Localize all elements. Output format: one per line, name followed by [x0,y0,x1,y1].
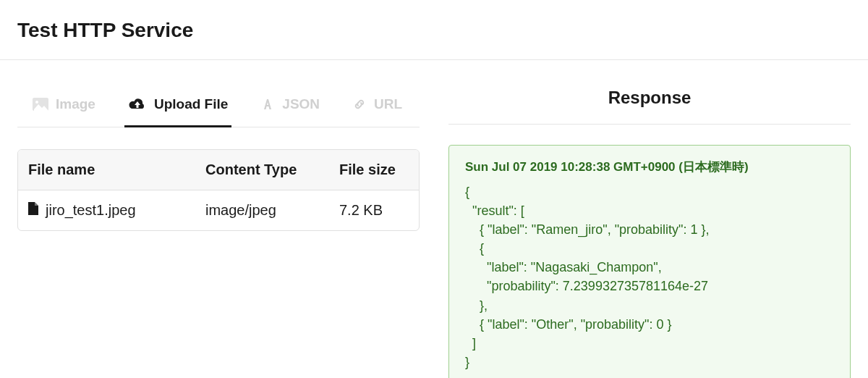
image-icon [33,98,48,111]
request-panel: Image Upload File JSON URL [17,60,441,378]
cell-file-size: 7.2 KB [329,190,419,230]
col-header-content-type: Content Type [195,150,329,190]
tab-url[interactable]: URL [349,83,406,127]
files-table-header: File name Content Type File size [18,150,419,190]
response-timestamp: Sun Jul 07 2019 10:28:38 GMT+0900 (日本標準時… [465,159,834,175]
cell-filename: jiro_test1.jpeg [18,190,195,230]
response-box: Sun Jul 07 2019 10:28:38 GMT+0900 (日本標準時… [448,145,851,378]
response-panel: Response Sun Jul 07 2019 10:28:38 GMT+09… [441,60,851,378]
col-header-file-size: File size [329,150,419,190]
tab-image-label: Image [56,96,95,112]
tab-upload-label: Upload File [154,96,228,112]
cloud-upload-icon [128,98,147,111]
font-icon [260,98,275,111]
response-body: { "result": [ { "label": "Ramen_jiro", "… [465,182,834,371]
cell-content-type: image/jpeg [195,190,329,230]
cell-filename-text: jiro_test1.jpeg [46,202,136,219]
file-icon [28,202,38,219]
files-table: File name Content Type File size jiro_te… [17,149,420,231]
tab-json[interactable]: JSON [257,83,323,127]
link-icon [352,97,367,112]
response-heading: Response [448,88,851,125]
tab-image[interactable]: Image [29,83,99,127]
request-mode-tabs: Image Upload File JSON URL [17,83,420,127]
tab-upload-file[interactable]: Upload File [124,83,231,127]
col-header-filename: File name [18,150,195,190]
tab-url-label: URL [374,96,402,112]
svg-point-1 [35,101,38,104]
table-row[interactable]: jiro_test1.jpeg image/jpeg 7.2 KB [18,190,419,230]
tab-json-label: JSON [282,96,320,112]
page-title: Test HTTP Service [0,0,868,60]
